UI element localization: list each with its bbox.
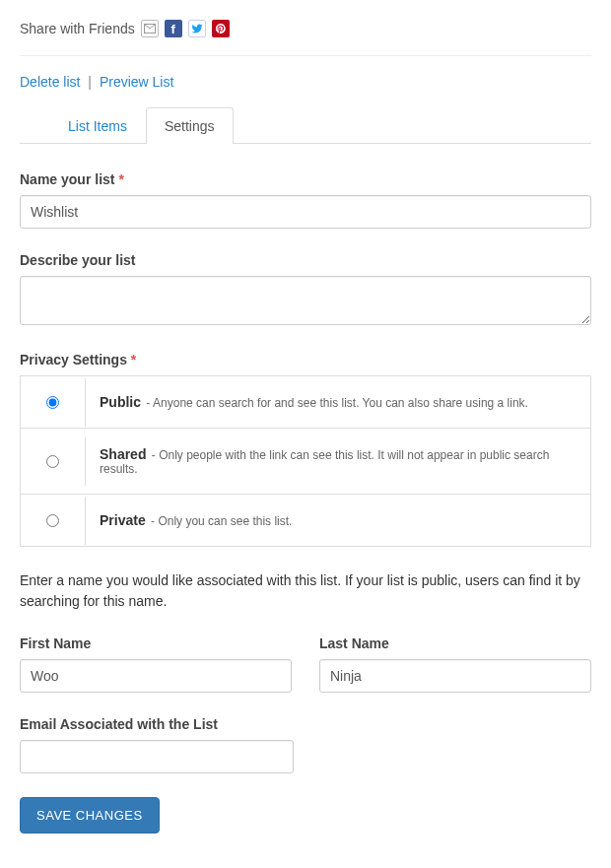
privacy-radio-cell: [21, 437, 86, 486]
last-name-group: Last Name: [319, 635, 591, 693]
privacy-label-text: Privacy Settings: [20, 352, 127, 367]
privacy-label: Privacy Settings *: [20, 352, 591, 367]
email-icon[interactable]: [141, 20, 159, 37]
share-row: Share with Friends f: [20, 20, 591, 56]
required-asterisk: *: [131, 352, 136, 367]
list-actions: Delete list | Preview List: [20, 56, 591, 107]
name-row: First Name Last Name: [20, 635, 591, 693]
privacy-label-cell[interactable]: Shared - Only people with the link can s…: [86, 429, 590, 494]
email-label: Email Associated with the List: [20, 716, 591, 732]
privacy-radio-cell: [21, 497, 86, 545]
last-name-input[interactable]: [319, 659, 591, 693]
describe-label: Describe your list: [20, 252, 591, 268]
email-input[interactable]: [20, 740, 294, 773]
email-group: Email Associated with the List: [20, 716, 591, 773]
first-name-label: First Name: [20, 635, 292, 651]
privacy-group: Privacy Settings * Public - Anyone can s…: [20, 352, 591, 547]
twitter-icon[interactable]: [188, 20, 206, 37]
list-describe-input[interactable]: [20, 276, 591, 325]
list-name-input[interactable]: [20, 195, 591, 229]
first-name-input[interactable]: [20, 659, 292, 693]
facebook-icon[interactable]: f: [165, 20, 182, 37]
tabs: List Items Settings: [20, 107, 591, 144]
tab-list-items[interactable]: List Items: [49, 107, 146, 144]
delete-list-link[interactable]: Delete list: [20, 74, 80, 90]
privacy-table: Public - Anyone can search for and see t…: [20, 375, 591, 547]
name-label: Name your list *: [20, 171, 591, 187]
privacy-row-private: Private - Only you can see this list.: [21, 494, 590, 546]
privacy-radio-cell: [21, 378, 86, 427]
privacy-desc: - Anyone can search for and see this lis…: [146, 396, 528, 410]
tab-settings[interactable]: Settings: [146, 107, 234, 144]
preview-list-link[interactable]: Preview List: [100, 74, 173, 90]
privacy-name: Shared: [100, 446, 146, 462]
privacy-row-shared: Shared - Only people with the link can s…: [21, 428, 590, 494]
first-name-group: First Name: [20, 635, 292, 693]
save-button[interactable]: SAVE CHANGES: [20, 797, 160, 834]
privacy-radio-public[interactable]: [46, 396, 59, 409]
privacy-desc: - Only people with the link can see this…: [100, 448, 549, 476]
privacy-radio-shared[interactable]: [46, 455, 59, 468]
name-label-text: Name your list: [20, 171, 114, 187]
required-asterisk: *: [118, 171, 123, 187]
describe-group: Describe your list: [20, 252, 591, 328]
privacy-label-cell[interactable]: Private - Only you can see this list.: [86, 495, 590, 546]
divider: |: [88, 74, 92, 90]
privacy-desc: - Only you can see this list.: [151, 514, 292, 528]
privacy-label-cell[interactable]: Public - Anyone can search for and see t…: [86, 376, 590, 428]
privacy-name: Private: [100, 512, 146, 528]
share-label: Share with Friends: [20, 21, 135, 36]
help-text: Enter a name you would like associated w…: [20, 570, 591, 612]
last-name-label: Last Name: [319, 635, 591, 651]
privacy-name: Public: [100, 394, 141, 410]
privacy-radio-private[interactable]: [46, 514, 59, 527]
pinterest-icon[interactable]: [212, 20, 230, 37]
privacy-row-public: Public - Anyone can search for and see t…: [21, 376, 590, 428]
name-group: Name your list *: [20, 171, 591, 229]
